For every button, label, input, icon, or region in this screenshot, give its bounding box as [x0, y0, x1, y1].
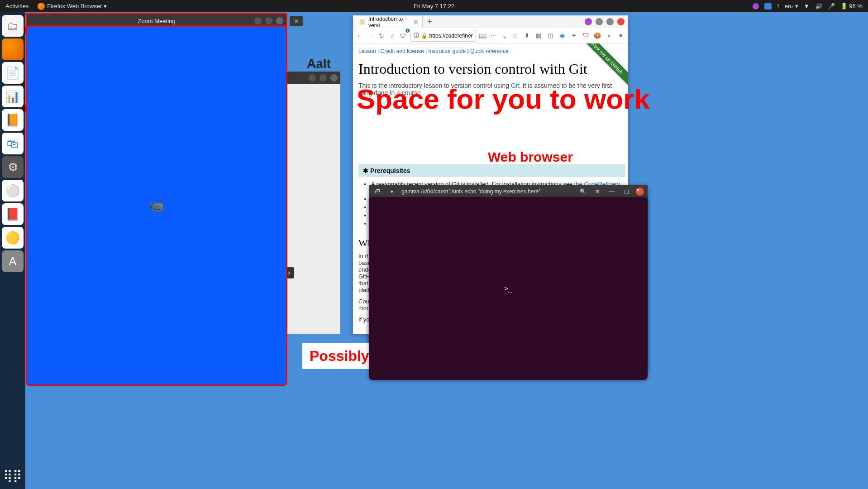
window-max[interactable]: [606, 18, 614, 25]
lock-icon: 🔒: [421, 33, 428, 39]
overflow-icon[interactable]: »: [605, 31, 614, 40]
app-menu-label: Firefox Web Browser ▾: [47, 3, 107, 10]
dock-files[interactable]: 🗂: [2, 15, 24, 37]
dock-reader[interactable]: 📕: [2, 203, 24, 225]
browser-tab[interactable]: 🔆 Introduction to versi ✕: [355, 16, 423, 28]
tab-close-icon[interactable]: ✕: [413, 19, 419, 26]
dock-chrome[interactable]: 🟡: [2, 227, 24, 249]
battery-indicator[interactable]: 🔋 96 %: [840, 3, 863, 10]
dock-show-apps[interactable]: ⢿⡿: [2, 465, 24, 486]
dock: 🗂 >_ 📄 📊 📙 🛍 ⚙ ⚪ 📹 📕 🟡 A ⢿⡿: [0, 12, 25, 489]
dock-firefox[interactable]: [2, 38, 24, 60]
search-icon[interactable]: 🔍: [578, 187, 588, 197]
dock-tweaks[interactable]: ⚪: [2, 180, 24, 201]
dock-writer[interactable]: 📄: [2, 62, 24, 84]
gnome-topbar: Activities Firefox Web Browser ▾ Fri May…: [0, 0, 868, 12]
terminal-menu-icon[interactable]: ▾: [387, 187, 397, 197]
bg2-min[interactable]: [309, 74, 316, 82]
volume-icon[interactable]: 🔊: [815, 3, 822, 10]
terminal-titlebar[interactable]: 🗗 ▾ gamma /u/04/darstr1/unix echo "doing…: [369, 185, 648, 198]
window-min[interactable]: —: [607, 187, 617, 197]
info-icon[interactable]: ⓘ: [414, 32, 419, 39]
window-close[interactable]: ✕: [636, 187, 644, 196]
bg-window-close[interactable]: ✕: [290, 16, 303, 26]
dock-software[interactable]: 🛍: [2, 133, 24, 154]
new-tab-button[interactable]: +: [427, 17, 432, 27]
link-quickref[interactable]: Quick reference: [470, 48, 509, 54]
terminal-new-tab-icon[interactable]: 🗗: [372, 187, 382, 197]
library-icon[interactable]: ▥: [534, 31, 543, 40]
pocket-icon[interactable]: ⌄: [501, 30, 509, 41]
zoom-close[interactable]: [276, 17, 283, 24]
zoom-max[interactable]: [265, 17, 272, 24]
tab-favicon: 🔆: [359, 19, 366, 25]
hamburger-menu-icon[interactable]: ≡: [592, 187, 602, 197]
shield-icon[interactable]: 🛡3: [399, 30, 407, 41]
page-actions-icon[interactable]: ⋯: [490, 30, 498, 41]
accessibility-icon[interactable]: ⟟: [777, 3, 779, 10]
ext-icon-2[interactable]: ✦: [569, 31, 578, 40]
app-menu[interactable]: Firefox Web Browser ▾: [38, 3, 107, 10]
link-credit[interactable]: Credit and license: [381, 48, 424, 54]
dock-settings[interactable]: ⚙: [2, 156, 24, 178]
sidebar-icon[interactable]: ◫: [546, 31, 555, 40]
firefox-tabbar: 🔆 Introduction to versi ✕ +: [353, 15, 628, 28]
window-max[interactable]: ▢: [621, 187, 631, 197]
bookmark-star-icon[interactable]: ☆: [511, 30, 520, 41]
hamburger-menu-icon[interactable]: ≡: [616, 31, 625, 40]
url-bar[interactable]: ⓘ 🔒 https://coderefiner: [410, 30, 476, 42]
window-close[interactable]: [617, 18, 625, 25]
firefox-account-icon[interactable]: [585, 18, 592, 25]
prerequisites-heading: ✱ Prerequisites: [358, 164, 625, 177]
activities-button[interactable]: Activities: [5, 3, 29, 10]
tab-title: Introduction to versi: [368, 16, 410, 29]
link-lesson[interactable]: Lesson: [358, 48, 376, 54]
language-indicator[interactable]: en₂ ▾: [785, 3, 798, 10]
clock[interactable]: Fri May 7 17:22: [414, 3, 454, 10]
dock-terminal[interactable]: >_: [369, 197, 648, 380]
reload-button[interactable]: ↻: [377, 30, 386, 41]
mic-icon[interactable]: 🎤: [828, 3, 835, 10]
back-button[interactable]: ←: [356, 30, 364, 41]
home-button[interactable]: ⌂: [388, 30, 396, 41]
dock-impress[interactable]: 📙: [2, 109, 24, 131]
zoom-min[interactable]: [254, 17, 262, 24]
status-icon-2[interactable]: [764, 3, 772, 10]
firefox-navbar: ← → ↻ ⌂ 🛡3 ⓘ 🔒 https://coderefiner 📖 ⋯ ⌄…: [353, 28, 628, 43]
bg-window-2: [286, 72, 340, 334]
terminal-title-text: gamma /u/04/darstr1/unix echo "doing my …: [401, 188, 573, 195]
dock-zoom[interactable]: 📹: [26, 25, 287, 386]
url-text: https://coderefiner: [429, 33, 473, 39]
link-guide[interactable]: Instructor guide: [428, 48, 466, 54]
dock-calc[interactable]: 📊: [2, 86, 24, 107]
annotation-space: Space for you to work: [357, 86, 650, 113]
reader-mode-icon[interactable]: 📖: [479, 30, 487, 41]
status-icon-1[interactable]: [753, 3, 759, 10]
downloads-icon[interactable]: ⬇: [522, 31, 531, 40]
ublock-icon[interactable]: 🛡: [581, 31, 590, 40]
window-min[interactable]: [596, 18, 603, 25]
wifi-icon[interactable]: ▼: [804, 3, 810, 10]
ext-icon-3[interactable]: 🍪: [593, 31, 602, 40]
forward-button[interactable]: →: [367, 30, 375, 41]
ext-icon-1[interactable]: ◉: [558, 31, 567, 40]
bg2-max[interactable]: [320, 74, 327, 82]
bg2-close[interactable]: [330, 74, 338, 82]
bg-window-title: Aalt: [307, 57, 331, 71]
firefox-icon: [38, 3, 45, 10]
dock-updates[interactable]: A: [2, 250, 24, 272]
annotation-browser: Web browser: [488, 149, 573, 165]
